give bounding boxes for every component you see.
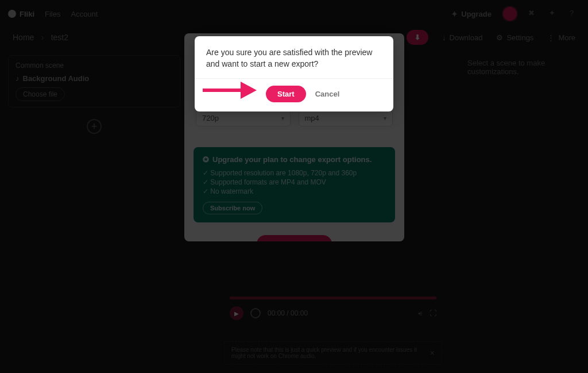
confirm-message: Are you sure you are satisfied with the …: [206, 47, 382, 70]
start-button[interactable]: Start: [266, 86, 306, 102]
cancel-button[interactable]: Cancel: [315, 90, 340, 98]
instruction-arrow-icon: [198, 76, 261, 105]
